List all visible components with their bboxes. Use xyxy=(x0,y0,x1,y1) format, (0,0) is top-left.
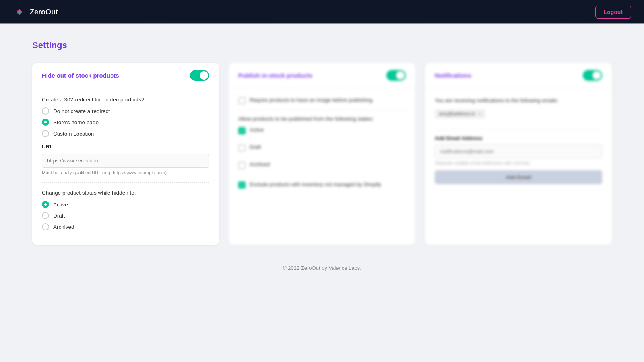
logo: ZeroOut xyxy=(13,6,58,19)
toggle-thumb-2 xyxy=(396,71,405,80)
redirect-radio-group: Do not create a redirect Store's home pa… xyxy=(42,107,209,137)
footer: © 2022 ZeroOut by Valence Labs. xyxy=(32,265,612,271)
email-input-hint: Separate multiple email addresses with c… xyxy=(435,160,602,165)
require-image-checkbox xyxy=(238,97,246,104)
cards-grid: Hide out-of-stock products Create a 302-… xyxy=(32,63,612,245)
hide-out-of-stock-card: Hide out-of-stock products Create a 302-… xyxy=(32,63,219,245)
require-image-item: Require products to have an image before… xyxy=(238,97,406,104)
redirect-question: Create a 302-redirect for hidden product… xyxy=(42,97,209,103)
url-input[interactable] xyxy=(42,154,209,168)
states-group: Active Draft Archived xyxy=(238,127,406,175)
status-option-0[interactable]: Active xyxy=(42,201,209,208)
redirect-radio-1 xyxy=(42,119,49,126)
state-archived-label: Archived xyxy=(250,161,270,167)
status-label-1: Draft xyxy=(53,213,65,219)
card1-body: Create a 302-redirect for hidden product… xyxy=(32,88,219,245)
status-radio-1 xyxy=(42,212,49,219)
state-active: Active xyxy=(238,127,406,134)
divider xyxy=(42,182,209,183)
notif-receiving-text: You are receiving notifications to the f… xyxy=(435,97,602,105)
toggle-thumb-3 xyxy=(592,71,601,80)
logout-button[interactable]: Logout xyxy=(595,6,631,19)
card1-header: Hide out-of-stock products xyxy=(32,63,219,88)
redirect-radio-2 xyxy=(42,130,49,137)
redirect-option-1[interactable]: Store's home page xyxy=(42,119,209,126)
card1-title: Hide out-of-stock products xyxy=(42,72,119,79)
logo-icon xyxy=(13,6,26,19)
states-label: Allow products to be published from the … xyxy=(238,116,406,122)
redirect-label-2: Custom Location xyxy=(53,131,94,137)
email-tag-value: amy@address.io xyxy=(439,111,475,117)
email-address-input xyxy=(435,144,602,158)
page-content: Settings Hide out-of-stock products Crea… xyxy=(0,24,644,287)
card3-header: Notifications xyxy=(425,63,612,88)
card2-body: Require products to have an image before… xyxy=(229,88,415,202)
page-title: Settings xyxy=(32,40,612,51)
state-draft-label: Draft xyxy=(250,144,261,150)
status-radio-group: Active Draft Archived xyxy=(42,201,209,230)
redirect-label-1: Store's home page xyxy=(53,119,99,125)
url-hint: Must be a fully-qualified URL (e.g. http… xyxy=(42,170,209,175)
status-option-1[interactable]: Draft xyxy=(42,212,209,219)
url-label: URL xyxy=(42,144,209,150)
card3-title: Notifications xyxy=(435,72,471,79)
state-active-cb xyxy=(238,127,246,134)
card3-toggle xyxy=(583,70,602,81)
status-label-0: Active xyxy=(53,202,68,208)
add-email-label: Add Email Address xyxy=(435,135,602,141)
url-section: URL Must be a fully-qualified URL (e.g. … xyxy=(42,144,209,175)
status-option-2[interactable]: Archived xyxy=(42,223,209,230)
state-active-label: Active xyxy=(250,127,264,133)
redirect-label-0: Do not create a redirect xyxy=(53,108,110,114)
redirect-radio-0 xyxy=(42,107,49,115)
redirect-option-0[interactable]: Do not create a redirect xyxy=(42,107,209,115)
toggle-thumb xyxy=(200,71,208,80)
publish-in-stock-card: Publish in-stock products Require produc… xyxy=(229,63,415,245)
toggle-track-2 xyxy=(386,70,406,81)
card1-toggle[interactable] xyxy=(190,70,209,81)
header: ZeroOut Logout xyxy=(0,0,644,24)
add-email-button: Add Email xyxy=(435,170,602,184)
exclude-label: Exclude products with inventory not mana… xyxy=(250,181,381,188)
redirect-option-2[interactable]: Custom Location xyxy=(42,130,209,137)
require-image-label: Require products to have an image before… xyxy=(250,97,372,104)
status-label-2: Archived xyxy=(53,224,74,230)
state-archived: Archived xyxy=(238,161,406,169)
exclude-cb xyxy=(238,181,246,189)
status-radio-0 xyxy=(42,201,49,208)
card2-title: Publish in-stock products xyxy=(238,72,312,79)
notifications-card: Notifications You are receiving notifica… xyxy=(425,63,612,245)
status-radio-2 xyxy=(42,223,49,230)
state-draft: Draft xyxy=(238,144,406,152)
email-tag-remove: × xyxy=(478,111,481,117)
card2-header: Publish in-stock products xyxy=(229,63,415,88)
footer-text: © 2022 ZeroOut by Valence Labs. xyxy=(283,265,361,271)
exclude-item: Exclude products with inventory not mana… xyxy=(238,181,406,189)
toggle-track xyxy=(190,70,209,81)
toggle-track-3 xyxy=(583,70,602,81)
card2-toggle xyxy=(386,70,406,81)
card3-body: You are receiving notifications to the f… xyxy=(425,88,612,192)
email-tag: amy@address.io × xyxy=(435,109,485,119)
logo-text: ZeroOut xyxy=(30,8,58,16)
state-archived-cb xyxy=(238,162,246,169)
status-label: Change product status while hidden to: xyxy=(42,190,209,196)
state-draft-cb xyxy=(238,144,246,152)
